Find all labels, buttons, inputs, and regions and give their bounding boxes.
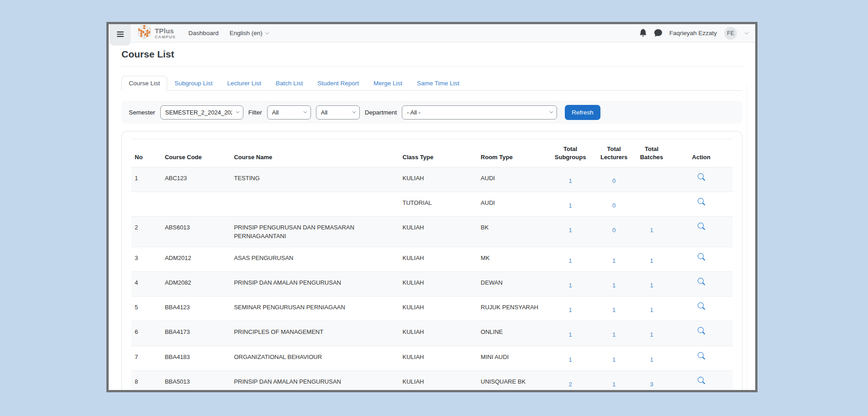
- filter-select-2[interactable]: All: [316, 105, 360, 120]
- cell-course-code: BBA5013: [161, 370, 231, 392]
- table-row: 2ABS6013PRINSIP PENGURUSAN DAN PEMASARAN…: [131, 217, 733, 247]
- tab-merge-list[interactable]: Merge List: [366, 76, 410, 91]
- semester-select[interactable]: SEMESTER_2_2024_2025: [160, 105, 243, 120]
- cell-class-type: KULIAH: [399, 272, 477, 296]
- cell-total-subgroups: 2: [546, 370, 594, 392]
- cell-total-lecturers: 1: [594, 321, 634, 346]
- total-subgroups-link[interactable]: 1: [568, 356, 572, 363]
- user-name: Faqrieyah Ezzaty: [669, 30, 717, 36]
- cell-total-batches: 1: [633, 247, 669, 271]
- cell-room-type: AUDI: [477, 192, 547, 217]
- language-menu[interactable]: English (en): [230, 30, 269, 36]
- app-window: TPlus CAMPUS Dashboard English (en) Fa: [106, 22, 758, 392]
- total-batches-link[interactable]: 1: [650, 257, 653, 264]
- total-batches-link[interactable]: 1: [650, 227, 653, 234]
- table-row: 8BBA5013PRINSIP DAN AMALAN PENGURUSANKUL…: [131, 370, 733, 392]
- brand-text: TPlus CAMPUS: [155, 27, 176, 39]
- tab-subgroup-list[interactable]: Subgroup List: [167, 76, 220, 91]
- view-course-button[interactable]: [698, 278, 705, 287]
- total-subgroups-link[interactable]: 1: [568, 177, 572, 184]
- brand-logo[interactable]: TPlus CAMPUS: [137, 24, 176, 42]
- total-batches-link[interactable]: 1: [650, 331, 653, 338]
- total-lecturers-link[interactable]: 1: [612, 307, 615, 313]
- total-subgroups-link[interactable]: 1: [568, 282, 572, 289]
- col-header-course-code: Course Code: [161, 139, 231, 167]
- cell-course-name: ASAS PENGURUSAN: [230, 247, 399, 271]
- total-lecturers-link[interactable]: 1: [612, 282, 615, 289]
- cell-room-type: RUJUK PENSYARAH: [477, 296, 547, 321]
- cell-room-type: MK: [477, 247, 547, 271]
- total-lecturers-link[interactable]: 1: [612, 381, 615, 388]
- cell-room-type: DEWAN: [477, 272, 547, 296]
- tab-student-report[interactable]: Student Report: [310, 76, 366, 91]
- tab-course-list[interactable]: Course List: [121, 76, 167, 91]
- total-lecturers-link[interactable]: 1: [612, 257, 615, 264]
- department-select[interactable]: - All -: [402, 105, 557, 120]
- view-course-button[interactable]: [698, 352, 705, 362]
- total-lecturers-link[interactable]: 1: [612, 331, 615, 338]
- total-lecturers-link[interactable]: 0: [612, 227, 615, 234]
- cell-course-name: PRINSIP PENGURUSAN DAN PEMASARAN PERNIAG…: [230, 217, 399, 247]
- page-title: Course List: [121, 49, 742, 60]
- hamburger-menu-button[interactable]: [110, 24, 131, 46]
- view-course-button[interactable]: [698, 302, 705, 312]
- total-lecturers-link[interactable]: 0: [612, 177, 615, 184]
- notifications-button[interactable]: [639, 29, 647, 38]
- total-batches-link[interactable]: 1: [650, 356, 653, 363]
- cell-no: 4: [131, 272, 161, 296]
- view-course-button[interactable]: [698, 377, 705, 386]
- cell-total-batches: 1: [633, 272, 669, 296]
- brand-name: TPlus: [155, 27, 176, 34]
- tab-lecturer-list[interactable]: Lecturer List: [220, 76, 268, 91]
- user-menu-chevron-icon[interactable]: [744, 31, 749, 36]
- nav-dashboard-link[interactable]: Dashboard: [189, 30, 219, 36]
- col-header-action: Action: [670, 139, 733, 167]
- total-batches-link[interactable]: 3: [650, 381, 653, 388]
- view-course-button[interactable]: [698, 198, 705, 208]
- course-table-card: No Course Code Course Name Class Type Ro…: [121, 131, 742, 392]
- top-navbar: TPlus CAMPUS Dashboard English (en) Fa: [109, 24, 755, 42]
- tab-batch-list[interactable]: Batch List: [268, 76, 310, 91]
- total-subgroups-link[interactable]: 1: [568, 307, 572, 313]
- user-avatar[interactable]: FE: [724, 27, 737, 40]
- total-subgroups-link[interactable]: 1: [568, 331, 572, 338]
- cell-total-batches: 1: [633, 321, 669, 346]
- cell-total-batches: 1: [633, 296, 669, 321]
- view-course-button[interactable]: [698, 223, 705, 232]
- cell-action: [670, 370, 733, 392]
- col-header-room-type: Room Type: [477, 139, 547, 167]
- table-row: 1ABC123TESTINGKULIAHAUDI10: [131, 167, 733, 192]
- cell-total-subgroups: 1: [546, 167, 594, 192]
- refresh-button[interactable]: Refresh: [565, 105, 600, 120]
- cell-class-type: KULIAH: [399, 321, 477, 346]
- total-lecturers-link[interactable]: 0: [612, 202, 615, 209]
- table-row: 4ADM2082PRINSIP DAN AMALAN PENGURUSANKUL…: [131, 272, 733, 296]
- cell-room-type: ONLINE: [477, 321, 547, 346]
- semester-label: Semester: [129, 109, 155, 116]
- total-subgroups-link[interactable]: 2: [568, 381, 572, 388]
- cell-total-lecturers: 0: [594, 217, 634, 247]
- content-right-rule: [747, 85, 747, 392]
- view-course-button[interactable]: [698, 253, 705, 263]
- total-subgroups-link[interactable]: 1: [568, 257, 572, 264]
- filter-select-1[interactable]: All: [267, 105, 311, 120]
- total-batches-link[interactable]: 1: [650, 282, 653, 289]
- tab-same-time-list[interactable]: Same Time List: [410, 76, 467, 91]
- view-course-button[interactable]: [698, 327, 705, 337]
- total-lecturers-link[interactable]: 1: [612, 356, 615, 363]
- cell-action: [670, 217, 733, 247]
- cell-action: [670, 167, 733, 192]
- total-batches-link[interactable]: 1: [650, 307, 653, 313]
- col-header-total-batches: Total Batches: [633, 139, 669, 167]
- cell-no: 8: [131, 370, 161, 392]
- total-subgroups-link[interactable]: 1: [568, 227, 572, 234]
- cell-total-lecturers: 1: [594, 296, 634, 321]
- cell-total-lecturers: 1: [594, 370, 634, 392]
- cell-class-type: KULIAH: [399, 370, 477, 392]
- table-row: 3ADM2012ASAS PENGURUSANKULIAHMK111: [131, 247, 733, 271]
- messages-button[interactable]: [654, 29, 662, 38]
- view-course-button[interactable]: [698, 173, 705, 183]
- total-subgroups-link[interactable]: 1: [568, 202, 572, 209]
- col-header-total-lecturers: Total Lecturers: [594, 139, 634, 167]
- table-header-row: No Course Code Course Name Class Type Ro…: [131, 139, 733, 167]
